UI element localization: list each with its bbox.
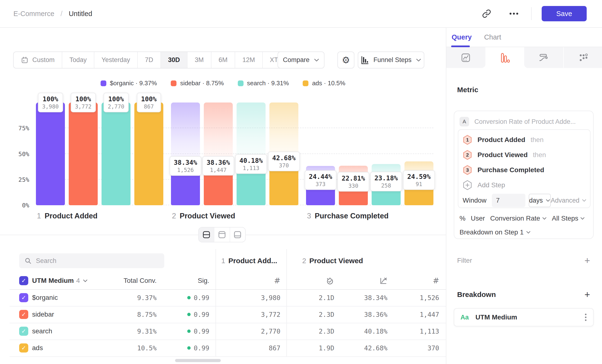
breakdown-heading: Breakdown	[457, 290, 496, 299]
legend-item-$organic[interactable]: $organic · 9.37%	[101, 79, 157, 87]
funnel-bar-sidebar-step2[interactable]: 38.36%1,447	[204, 103, 233, 205]
add-filter-button[interactable]: +	[584, 256, 590, 265]
funnel-bar-search-step2[interactable]: 40.18%1,113	[236, 103, 266, 205]
funnel-bars-icon	[499, 52, 510, 63]
bar-count: 373	[309, 181, 332, 188]
window-value-input[interactable]	[492, 194, 525, 207]
funnel-bar-$organic-step2[interactable]: 38.34%1,526	[171, 103, 200, 205]
query-step-1[interactable]: 1 Product Addedthen	[463, 132, 586, 147]
range-today[interactable]: Today	[62, 52, 94, 68]
share-link-button[interactable]	[480, 7, 493, 20]
string-property-icon: Aa	[461, 314, 469, 321]
advanced-toggle[interactable]: Advanced	[551, 197, 586, 204]
chevron-down-icon[interactable]	[83, 279, 88, 282]
add-step-button[interactable]: Add Step	[463, 177, 586, 193]
step1-count: 2,770	[261, 328, 280, 335]
calendar-icon	[21, 56, 29, 64]
metric-card: A Conversion Rate of Product Adde... 1 P…	[454, 111, 594, 239]
legend-label: search · 9.31%	[247, 79, 289, 87]
layout-split-button[interactable]	[199, 227, 214, 242]
bar-value-label: 24.59%91	[403, 170, 435, 190]
measure-metric-select[interactable]: Conversion Rate	[490, 214, 547, 222]
funnel-bar-sidebar-step3[interactable]: 22.81%330	[339, 103, 368, 205]
step2-count: 1,447	[420, 311, 439, 318]
chart-type-button[interactable]: Funnel Steps	[358, 52, 424, 68]
tab-query[interactable]: Query	[452, 33, 472, 41]
row-checkbox[interactable]: ✓	[19, 343, 28, 353]
funnel-bar-ads-step3[interactable]: 24.59%91	[404, 103, 433, 205]
breadcrumb-parent[interactable]: E-Commerce	[13, 10, 54, 18]
legend-item-sidebar[interactable]: sidebar · 8.75%	[171, 79, 224, 87]
row-checkbox[interactable]: ✓	[19, 327, 28, 336]
range-12m[interactable]: 12M	[235, 52, 263, 68]
funnel-bar-ads-step1[interactable]: 100%867	[134, 103, 163, 205]
range-30d[interactable]: 30D	[161, 52, 188, 68]
row-name[interactable]: sidebar	[32, 310, 54, 318]
row-name[interactable]: search	[32, 327, 52, 335]
tab-chart[interactable]: Chart	[484, 33, 501, 41]
range-6m[interactable]: 6M	[211, 52, 235, 68]
total-conv-header[interactable]: Total Conv.	[124, 277, 157, 285]
legend-item-ads[interactable]: ads · 10.5%	[303, 79, 345, 87]
add-breakdown-button[interactable]: +	[584, 290, 590, 299]
horizontal-scrollbar[interactable]	[175, 359, 221, 362]
funnel-step-group-2: 38.34%1,52638.36%1,44740.18%1,11342.68%3…	[171, 103, 298, 205]
breakdown-on-step-select[interactable]: Breakdown on Step 1	[460, 228, 531, 236]
breakdown-column-header[interactable]: UTM Medium	[32, 277, 74, 285]
query-step-2[interactable]: 2 Product Viewedthen	[463, 147, 586, 162]
search-input[interactable]	[36, 257, 151, 265]
group-step-name[interactable]: Product Viewed	[309, 257, 363, 265]
row-checkbox[interactable]: ✓	[19, 310, 28, 319]
save-button[interactable]: Save	[542, 6, 587, 21]
range-label: Custom	[32, 56, 54, 64]
bar-rate: 38.36%	[207, 158, 230, 167]
measure-entity[interactable]: User	[471, 214, 485, 222]
funnel-bar-$organic-step1[interactable]: 100%3,980	[36, 103, 65, 205]
compare-button[interactable]: Compare	[278, 52, 324, 68]
tab-funnel-chart[interactable]	[485, 47, 524, 68]
query-step-3[interactable]: 3 Purchase Completed	[463, 162, 586, 177]
y-axis-tick: 50%	[2, 150, 29, 157]
avg-time-column-icon[interactable]	[326, 276, 334, 285]
kebab-menu-icon[interactable]	[584, 313, 587, 321]
step-axis-label-3: 3Purchase Completed	[306, 212, 433, 220]
tab-journeys-chart[interactable]	[563, 47, 602, 68]
sig-status-dot	[187, 313, 191, 316]
row-checkbox[interactable]: ✓	[19, 293, 28, 302]
range-yesterday[interactable]: Yesterday	[94, 52, 138, 68]
count-column-icon[interactable]: #	[433, 276, 439, 285]
sig-header[interactable]: Sig.	[198, 277, 209, 285]
row-name[interactable]: $organic	[32, 294, 58, 301]
funnel-bar-$organic-step3[interactable]: 24.44%373	[306, 103, 335, 205]
layout-chart-only-button[interactable]	[214, 227, 230, 242]
funnel-bar-search-step3[interactable]: 23.18%258	[372, 103, 401, 205]
metric-title-row[interactable]: A Conversion Rate of Product Adde...	[460, 117, 576, 127]
row-divider	[10, 340, 446, 340]
range-7d[interactable]: 7D	[138, 52, 161, 68]
window-unit-select[interactable]: days	[529, 194, 551, 207]
conversion-column-icon[interactable]	[379, 276, 387, 285]
range-custom[interactable]: Custom	[14, 52, 62, 68]
funnel-bar-ads-step2[interactable]: 42.68%370	[269, 103, 298, 205]
sig-status-dot	[187, 330, 191, 333]
more-menu-button[interactable]	[508, 7, 520, 20]
chart-settings-button[interactable]: ⚙	[337, 52, 355, 68]
breadcrumb-current[interactable]: Untitled	[69, 10, 92, 18]
select-all-checkbox[interactable]: ✓	[19, 276, 28, 285]
row-name[interactable]: ads	[32, 344, 43, 352]
bar-rate: 22.81%	[342, 174, 365, 182]
legend-item-search[interactable]: search · 9.31%	[238, 79, 289, 87]
group-step-name[interactable]: Product Add...	[228, 257, 277, 265]
layout-bottom-icon	[233, 230, 242, 239]
range-3m[interactable]: 3M	[187, 52, 211, 68]
measure-scope-select[interactable]: All Steps	[552, 214, 585, 222]
dots-grid-icon	[577, 52, 588, 63]
layout-table-only-button[interactable]	[230, 227, 245, 242]
tab-segmentation-chart[interactable]	[446, 47, 485, 68]
tab-retention-chart[interactable]	[524, 47, 563, 68]
table-row-ads: ✓ads10.5%0.998671.9D42.68%370	[0, 340, 458, 356]
funnel-bar-search-step1[interactable]: 100%2,770	[102, 103, 130, 205]
count-column-icon[interactable]: #	[274, 276, 280, 285]
funnel-bar-sidebar-step1[interactable]: 100%3,772	[69, 103, 98, 205]
breakdown-item[interactable]: Aa UTM Medium	[454, 308, 594, 326]
